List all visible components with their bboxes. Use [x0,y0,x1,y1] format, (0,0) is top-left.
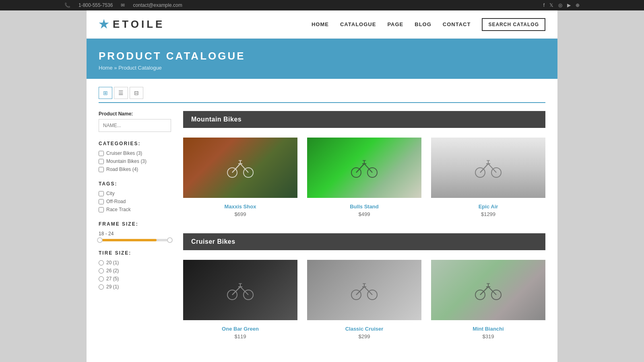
bike-svg-4 [224,278,256,302]
nav-contact[interactable]: CONTACT [443,21,471,27]
list-view-button[interactable]: ☰ [114,87,128,99]
category-cruiser-bikes[interactable]: Cruiser Bikes (3) [99,150,171,156]
product-classic-cruiser-price: $299 [307,333,421,339]
frame-size-slider-fill [99,239,157,241]
product-maxxis-shox-price: $699 [183,211,297,217]
category-mountain-bikes[interactable]: Mountain Bikes (3) [99,158,171,164]
instagram-icon[interactable]: ◎ [558,2,562,8]
phone-icon: 📞 [64,2,70,8]
twitter-icon[interactable]: 𝕏 [549,2,553,8]
nav-home[interactable]: HOME [312,21,329,27]
tire-size-29[interactable]: 29 (1) [99,284,171,290]
tire-size-26[interactable]: 26 (2) [99,268,171,274]
tags-filter: TAGS: City Off-Road Race Track [99,181,171,212]
grid-view-button[interactable]: ⊞ [99,87,112,99]
product-classic-cruiser-image [307,260,421,320]
main-nav: HOME CATALOGUE PAGE BLOG CONTACT SEARCH … [312,18,545,31]
cruiser-bikes-section: Cruiser Bikes [183,233,545,339]
product-one-bar-green-image [183,260,297,320]
cruiser-bikes-header: Cruiser Bikes [183,233,545,250]
tire-size-27-radio[interactable] [99,276,104,282]
products-area: Mountain Bikes [183,111,545,356]
frame-size-filter: FRAME SIZE: 18 - 24 [99,221,171,241]
tire-size-20-radio[interactable] [99,260,104,265]
tag-city-checkbox[interactable] [99,191,104,196]
tire-size-20-label: 20 (1) [106,260,119,265]
nav-page[interactable]: PAGE [387,21,403,27]
product-name-label: Product Name: [99,111,171,117]
product-one-bar-green[interactable]: One Bar Green $119 [183,260,297,339]
catalog-layout: Product Name: CATEGORIES: Cruiser Bikes … [99,111,545,356]
tag-city-label: City [106,191,115,196]
product-bulls-stand-image [307,138,421,198]
product-name-input[interactable] [99,119,171,132]
bike-svg-6 [472,278,504,302]
product-mint-bianchi[interactable]: Mint Bianchi $319 [431,260,545,339]
tire-size-title: TIRE SIZE: [99,250,171,256]
frame-range-label: 18 - 24 [99,231,171,237]
content-area: ⊞ ☰ ⊟ Product Name: CATEGORIES: Cruiser … [87,79,557,362]
tag-off-road[interactable]: Off-Road [99,199,171,204]
logo-star-icon: ★ [99,18,111,31]
tire-size-20[interactable]: 20 (1) [99,260,171,265]
category-road-bikes[interactable]: Road Bikes (4) [99,167,171,172]
product-maxxis-shox[interactable]: Maxxis Shox $699 [183,138,297,217]
category-mountain-bikes-label: Mountain Bikes (3) [106,158,147,164]
tire-size-29-label: 29 (1) [106,284,119,290]
breadcrumb-home[interactable]: Home [99,65,113,71]
bike-svg-2 [348,156,380,180]
logo-text: ETOILE [113,18,165,31]
logo[interactable]: ★ ETOILE [99,18,165,31]
svg-line-44 [480,287,488,295]
svg-line-43 [488,287,496,295]
youtube-icon[interactable]: ▶ [567,2,571,8]
categories-filter: CATEGORIES: Cruiser Bikes (3) Mountain B… [99,141,171,172]
search-catalog-button[interactable]: SEARCH CATALOG [482,18,545,31]
tire-size-27-label: 27 (5) [106,276,119,282]
tire-size-26-radio[interactable] [99,268,104,274]
nav-blog[interactable]: BLOG [415,21,431,27]
category-cruiser-bikes-checkbox[interactable] [99,151,104,156]
facebook-icon[interactable]: f [543,2,545,8]
top-bar-right: f 𝕏 ◎ ▶ ⊕ [543,2,580,8]
frame-size-slider-thumb-right[interactable] [167,237,173,243]
frame-size-title: FRAME SIZE: [99,221,171,227]
category-road-bikes-checkbox[interactable] [99,167,104,172]
nav-catalogue[interactable]: CATALOGUE [340,21,376,27]
product-maxxis-shox-image [183,138,297,198]
product-classic-cruiser[interactable]: Classic Cruiser $299 [307,260,421,339]
categories-title: CATEGORIES: [99,141,171,146]
site-header: ★ ETOILE HOME CATALOGUE PAGE BLOG CONTAC… [87,10,557,39]
product-bulls-stand[interactable]: Bulls Stand $499 [307,138,421,217]
sidebar: Product Name: CATEGORIES: Cruiser Bikes … [99,111,171,356]
product-bulls-stand-price: $499 [307,211,421,217]
mountain-bikes-section: Mountain Bikes [183,111,545,217]
tire-size-29-radio[interactable] [99,284,104,290]
tire-size-27[interactable]: 27 (5) [99,276,171,282]
top-bar: 📞 1-800-555-7536 ✉ contact@example.com f… [0,0,644,10]
frame-size-slider-thumb-left[interactable] [97,237,103,243]
bike-svg [224,156,256,180]
product-mint-bianchi-name: Mint Bianchi [431,326,545,332]
product-bulls-stand-name: Bulls Stand [307,204,421,210]
product-epic-air-name: Epic Air [431,204,545,210]
product-mint-bianchi-image [431,260,545,320]
email-icon: ✉ [121,2,125,8]
category-mountain-bikes-checkbox[interactable] [99,159,104,164]
svg-line-27 [240,287,248,295]
breadcrumb: Home » Product Catalogue [99,65,545,71]
breadcrumb-current: Product Catalogue [118,65,162,71]
product-maxxis-shox-name: Maxxis Shox [183,204,297,210]
tag-city[interactable]: City [99,191,171,196]
compact-view-button[interactable]: ⊟ [130,87,143,99]
tag-race-track[interactable]: Race Track [99,207,171,212]
view-toggles: ⊞ ☰ ⊟ [99,87,545,103]
product-epic-air[interactable]: Epic Air $1299 [431,138,545,217]
tag-off-road-checkbox[interactable] [99,199,104,204]
tag-race-track-checkbox[interactable] [99,207,104,212]
product-one-bar-green-price: $119 [183,333,297,339]
main-wrapper: ★ ETOILE HOME CATALOGUE PAGE BLOG CONTAC… [87,10,557,362]
pinterest-icon[interactable]: ⊕ [576,2,580,8]
product-epic-air-image [431,138,545,198]
svg-line-35 [364,287,372,295]
